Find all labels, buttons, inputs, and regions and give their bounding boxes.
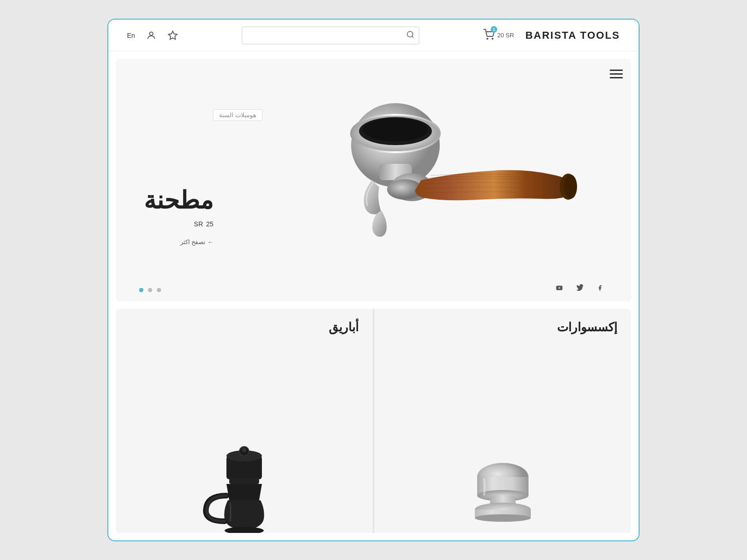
search-area <box>242 27 419 44</box>
hero-section: هوميلات السنة <box>116 59 631 301</box>
cart-icon-wrap: 1 <box>483 29 494 42</box>
wishlist-icon[interactable] <box>168 30 178 41</box>
price-currency: SR <box>194 220 203 228</box>
svg-point-0 <box>149 32 153 35</box>
cart-button[interactable]: 1 20 SR <box>483 29 514 42</box>
svg-marker-24 <box>226 484 262 500</box>
social-icons <box>556 284 603 293</box>
category-accessories-title: إكسسوارات <box>557 320 617 335</box>
language-button[interactable]: En <box>127 32 135 39</box>
account-icon[interactable] <box>146 30 156 41</box>
cart-badge: 1 <box>491 26 497 33</box>
hamburger-menu[interactable] <box>610 67 623 81</box>
category-accessories-image <box>374 309 631 533</box>
browse-more-link[interactable]: ← تصفح اكثر <box>144 238 213 245</box>
category-kettles-image <box>116 309 373 533</box>
carousel-dot-1[interactable] <box>139 288 143 292</box>
category-accessories[interactable]: إكسسوارات <box>373 309 631 533</box>
search-icon[interactable] <box>406 30 415 41</box>
svg-point-5 <box>492 38 493 39</box>
category-kettles-title: أباريق <box>329 320 359 335</box>
svg-rect-23 <box>229 478 259 484</box>
cart-amount: 20 SR <box>497 32 514 39</box>
browser-frame: En <box>107 19 640 541</box>
facebook-icon[interactable] <box>597 284 603 293</box>
youtube-icon[interactable] <box>556 284 563 293</box>
header-left: En <box>127 30 178 41</box>
svg-point-31 <box>475 514 531 522</box>
category-kettles[interactable]: أباريق <box>116 309 373 533</box>
header-right: 1 20 SR BARISTA TOOLS <box>483 29 620 42</box>
svg-point-25 <box>225 527 264 533</box>
svg-point-4 <box>487 38 488 39</box>
categories-section: أباريق <box>116 309 631 533</box>
svg-point-15 <box>564 175 577 199</box>
hero-tag: هوميلات السنة <box>213 109 262 121</box>
carousel-dot-3[interactable] <box>157 288 161 292</box>
svg-point-2 <box>407 31 413 37</box>
hero-product-image <box>304 73 585 283</box>
carousel-dot-2[interactable] <box>148 288 152 292</box>
svg-marker-1 <box>169 31 177 39</box>
header: En <box>108 20 639 51</box>
twitter-icon[interactable] <box>576 284 584 293</box>
brand-logo: BARISTA TOOLS <box>525 29 620 42</box>
svg-point-9 <box>363 118 428 141</box>
hero-carousel-dots <box>139 288 161 292</box>
svg-line-3 <box>412 36 414 37</box>
svg-point-22 <box>242 448 247 452</box>
hero-product-title: مطحنة <box>144 188 213 212</box>
hero-text-block: مطحنة 25 SR ← تصفح اكثر <box>144 188 213 245</box>
search-input[interactable] <box>242 27 419 44</box>
hero-product-price: 25 SR <box>144 216 213 229</box>
